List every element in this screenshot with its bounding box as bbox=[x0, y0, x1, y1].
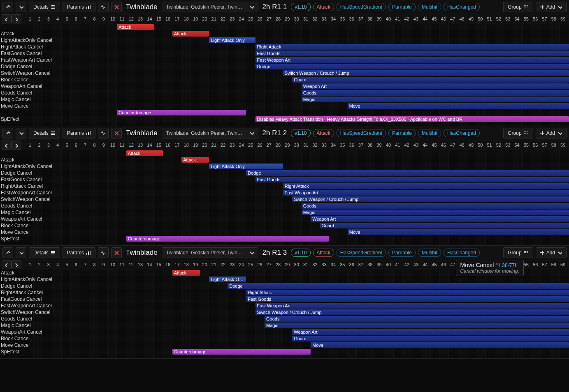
timeline-bar[interactable]: Guard bbox=[320, 223, 569, 228]
flag-tag-haschanged[interactable]: HasChanged bbox=[444, 129, 480, 137]
flag-tag-attack[interactable]: Attack bbox=[313, 249, 334, 257]
close-button[interactable] bbox=[111, 247, 122, 258]
weapon-selector[interactable]: Twinblade, Godskin Peeler, Twin… bbox=[162, 128, 258, 138]
flag-tag-parriable[interactable]: Parriable bbox=[388, 249, 416, 257]
flag-tag-multihit[interactable]: Multihit bbox=[418, 129, 441, 137]
timeline-bar[interactable]: Goods bbox=[302, 90, 569, 96]
timeline-bar[interactable]: Counterdamage bbox=[126, 236, 329, 242]
timeline-bar[interactable]: Guard bbox=[292, 77, 569, 83]
flag-tag-multihit[interactable]: Multihit bbox=[418, 3, 441, 11]
flag-tag-attack[interactable]: Attack bbox=[313, 3, 334, 11]
flag-tag-haschanged[interactable]: HasChanged bbox=[444, 249, 480, 257]
close-button[interactable] bbox=[111, 2, 122, 12]
timeline-bar[interactable]: Fast Weapon Art bbox=[255, 57, 569, 63]
timeline-bar[interactable]: Attack bbox=[172, 270, 200, 276]
flag-tag-parriable[interactable]: Parriable bbox=[388, 129, 416, 137]
flag-tag-parriable[interactable]: Parriable bbox=[388, 3, 416, 11]
timeline-bar[interactable]: Magic bbox=[302, 97, 569, 102]
flag-tag-multihit[interactable]: Multihit bbox=[418, 249, 441, 257]
bar-label: Guard bbox=[322, 223, 334, 228]
scroll-right-button[interactable] bbox=[12, 14, 21, 23]
flag-tag-hasspeedgradient[interactable]: HasSpeedGradient bbox=[337, 129, 386, 137]
timeline-bar[interactable]: Switch Weapon / Crouch / Jump bbox=[292, 196, 569, 202]
timeline-bar[interactable]: Fast Weapon Art bbox=[255, 303, 569, 309]
compress-button[interactable] bbox=[98, 247, 109, 258]
timeline-bar[interactable]: Switch Weapon / Crouch / Jump bbox=[283, 70, 569, 76]
add-button[interactable]: Add bbox=[536, 128, 567, 138]
timeline-bar[interactable]: Counterdamage bbox=[172, 349, 311, 355]
bar-label: Light Attack Only bbox=[211, 38, 245, 43]
timeline-bar[interactable]: Light Attack Only bbox=[209, 37, 255, 43]
group-button[interactable]: Group bbox=[503, 2, 533, 12]
details-button[interactable]: Details bbox=[29, 247, 60, 258]
add-button[interactable]: Add bbox=[536, 247, 567, 258]
timeline-bar[interactable]: Weapon Art bbox=[302, 83, 569, 89]
version-tag[interactable]: v1.10 bbox=[291, 129, 310, 137]
timeline-bar[interactable]: Move bbox=[348, 103, 569, 109]
version-tag[interactable]: v1.10 bbox=[291, 249, 310, 257]
timeline-bar[interactable]: Move bbox=[311, 342, 569, 348]
params-button[interactable]: Params bbox=[63, 247, 95, 258]
timeline-bar[interactable]: Fast Weapon Art bbox=[283, 190, 569, 196]
timeline-bar[interactable]: Right Attack bbox=[255, 44, 569, 50]
timeline-bar[interactable]: Attack bbox=[117, 24, 154, 30]
flag-tag-hasspeedgradient[interactable]: HasSpeedGradient bbox=[337, 3, 386, 11]
timeline-bar[interactable]: Goods bbox=[302, 203, 569, 209]
frame-tick: 7 bbox=[81, 262, 90, 267]
timeline-bar[interactable]: Weapon Art bbox=[292, 329, 569, 335]
timeline-bar[interactable]: Move bbox=[348, 229, 569, 235]
flag-tag-haschanged[interactable]: HasChanged bbox=[444, 3, 480, 11]
timeline-bar[interactable]: Dodge bbox=[255, 64, 569, 69]
weapon-selector[interactable]: Twinblade, Godskin Peeler, Twin… bbox=[162, 247, 258, 258]
row-track: Light Attack Only bbox=[25, 37, 569, 44]
params-button[interactable]: Params bbox=[63, 2, 95, 12]
compress-button[interactable] bbox=[98, 2, 109, 12]
details-button[interactable]: Details bbox=[29, 2, 60, 12]
params-button[interactable]: Params bbox=[63, 128, 95, 138]
close-button[interactable] bbox=[111, 128, 122, 138]
timeline-bar[interactable]: Magic bbox=[302, 210, 569, 215]
collapse-down-button[interactable] bbox=[16, 128, 26, 138]
add-label: Add bbox=[546, 4, 555, 10]
scroll-left-button[interactable] bbox=[2, 260, 12, 269]
collapse-up-button[interactable] bbox=[2, 2, 13, 12]
compress-button[interactable] bbox=[98, 128, 109, 138]
timeline-bar[interactable]: Dodge bbox=[228, 283, 569, 289]
timeline-bar[interactable]: Fast Goods bbox=[255, 177, 569, 182]
timeline-bar[interactable]: Fast Goods bbox=[255, 51, 569, 56]
details-button[interactable]: Details bbox=[29, 128, 60, 138]
frame-tick: 27 bbox=[265, 16, 274, 21]
timeline-bar[interactable]: Light Attack Only bbox=[209, 164, 283, 169]
timeline-bar[interactable]: Fast Goods bbox=[246, 296, 569, 302]
timeline-bar[interactable]: Counterdamage bbox=[117, 110, 246, 115]
row-label: FastGoods Cancel bbox=[1, 296, 42, 302]
timeline-bar[interactable]: Dodge bbox=[246, 170, 569, 176]
collapse-up-button[interactable] bbox=[2, 128, 13, 138]
weapon-selector[interactable]: Twinblade, Godskin Peeler, Twin… bbox=[162, 2, 258, 12]
group-button[interactable]: Group bbox=[503, 247, 533, 258]
timeline-bar[interactable]: Goods bbox=[265, 316, 569, 322]
scroll-left-button[interactable] bbox=[2, 14, 12, 23]
timeline-bar[interactable]: Attack bbox=[126, 150, 163, 156]
add-button[interactable]: Add bbox=[536, 2, 567, 12]
collapse-down-button[interactable] bbox=[16, 2, 26, 12]
group-button[interactable]: Group bbox=[503, 128, 533, 138]
timeline-bar[interactable]: Guard bbox=[292, 336, 569, 341]
flag-tag-hasspeedgradient[interactable]: HasSpeedGradient bbox=[337, 249, 386, 257]
scroll-left-button[interactable] bbox=[2, 141, 12, 150]
collapse-down-button[interactable] bbox=[16, 247, 26, 258]
timeline-bar[interactable]: Light Attack O… bbox=[209, 277, 246, 282]
version-tag[interactable]: v1.10 bbox=[291, 3, 310, 11]
timeline-bar[interactable]: Right Attack bbox=[283, 183, 569, 189]
row-label: Magic Cancel bbox=[1, 96, 31, 103]
collapse-up-button[interactable] bbox=[2, 247, 13, 258]
scroll-right-button[interactable] bbox=[12, 141, 21, 150]
timeline-bar[interactable]: Weapon Art bbox=[311, 216, 569, 222]
timeline-bar[interactable]: Disables Heavy Attack Transition - Heavy… bbox=[255, 116, 569, 122]
timeline-bar[interactable]: Right Attack bbox=[246, 290, 569, 295]
frame-tick: 16 bbox=[163, 262, 172, 267]
flag-tag-attack[interactable]: Attack bbox=[313, 129, 334, 137]
timeline-bar[interactable]: Switch Weapon / Crouch / Jump bbox=[255, 309, 569, 315]
scroll-right-button[interactable] bbox=[12, 260, 21, 269]
timeline-bar[interactable]: Magic bbox=[265, 323, 569, 328]
